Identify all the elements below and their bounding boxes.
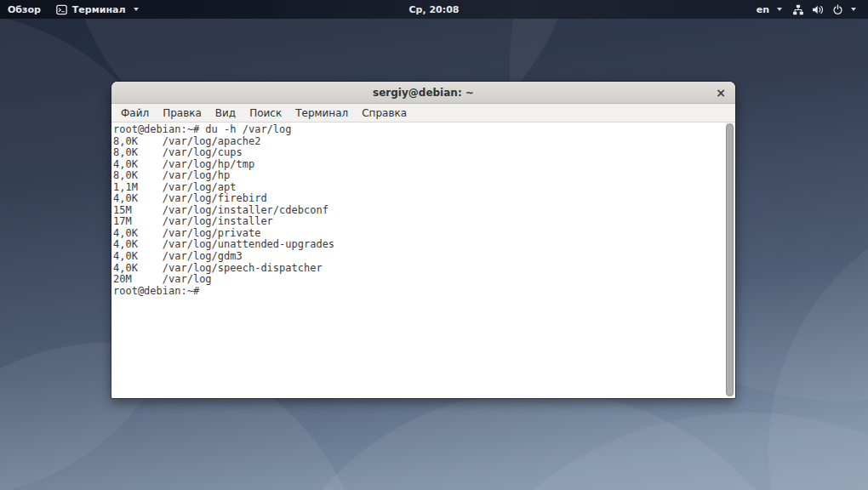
terminal-screen[interactable]: root@debian:~# du -h /var/log 8,0K /var/… [111, 122, 735, 398]
activities-label: Обзор [8, 4, 41, 15]
menu-edit[interactable]: Правка [156, 104, 208, 122]
activities-button[interactable]: Обзор [0, 0, 49, 19]
window-menubar: Файл Правка Вид Поиск Терминал Справка [111, 104, 735, 122]
clock-button[interactable]: Ср, 20:08 [402, 0, 467, 19]
menu-help[interactable]: Справка [355, 104, 414, 122]
keyboard-layout-button[interactable]: en [751, 0, 787, 19]
app-menu-button[interactable]: Терминал [49, 0, 147, 19]
keyboard-layout-label: en [757, 4, 769, 15]
terminal-app-icon [56, 4, 67, 15]
system-icons [792, 4, 843, 15]
desktop-wallpaper: Обзор Терминал Ср, 20:08 en [0, 0, 868, 490]
system-menu-button[interactable] [787, 0, 861, 19]
status-area: en [751, 0, 868, 19]
terminal-window: sergiy@debian: ~ × Файл Правка Вид Поиск… [111, 82, 735, 398]
menu-search[interactable]: Поиск [243, 104, 288, 122]
scrollbar-track[interactable] [725, 122, 735, 398]
chevron-down-icon [777, 8, 782, 11]
window-title: sergiy@debian: ~ [373, 87, 474, 99]
top-bar: Обзор Терминал Ср, 20:08 en [0, 0, 868, 19]
terminal-output: root@debian:~# du -h /var/log 8,0K /var/… [111, 122, 735, 297]
clock-label: Ср, 20:08 [409, 4, 460, 15]
chevron-down-icon [134, 8, 139, 11]
menu-view[interactable]: Вид [208, 104, 243, 122]
window-titlebar[interactable]: sergiy@debian: ~ × [111, 82, 735, 104]
network-icon [792, 4, 804, 15]
menu-file[interactable]: Файл [114, 104, 156, 122]
close-button[interactable]: × [713, 82, 728, 103]
app-menu-label: Терминал [72, 4, 126, 15]
chevron-down-icon [851, 8, 856, 11]
power-icon [832, 4, 843, 15]
menu-terminal[interactable]: Терминал [288, 104, 355, 122]
scrollbar-thumb[interactable] [726, 123, 734, 396]
volume-icon [812, 4, 825, 15]
